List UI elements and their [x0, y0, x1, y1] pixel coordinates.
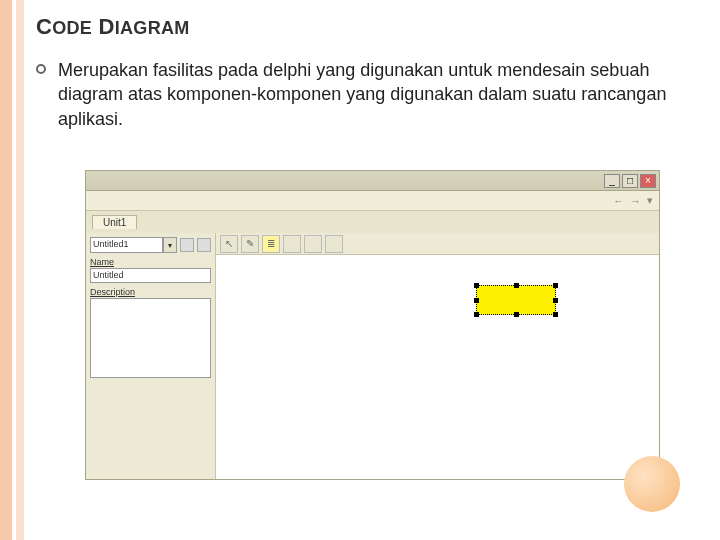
- dependency-tool-icon[interactable]: [304, 235, 322, 253]
- work-area: Untitled1 ▾ Name Untitled Description ↖ …: [86, 233, 659, 479]
- diagram-canvas[interactable]: [216, 255, 659, 479]
- diagram-toolbar: ↖ ✎ ≣: [216, 233, 659, 255]
- resize-handle[interactable]: [553, 298, 558, 303]
- maximize-button[interactable]: □: [622, 174, 638, 188]
- nav-bar: ← → ▾: [86, 191, 659, 211]
- resize-handle[interactable]: [514, 312, 519, 317]
- bullet-row: Merupakan fasilitas pada delphi yang dig…: [36, 58, 700, 131]
- name-label: Name: [90, 257, 211, 267]
- resize-handle[interactable]: [553, 312, 558, 317]
- delete-diagram-icon[interactable]: [197, 238, 211, 252]
- decorative-circle: [624, 456, 680, 512]
- note-tool-icon[interactable]: ✎: [241, 235, 259, 253]
- resize-handle[interactable]: [474, 298, 479, 303]
- select-tool-icon[interactable]: ↖: [220, 235, 238, 253]
- canvas-wrap: ↖ ✎ ≣: [216, 233, 659, 479]
- resize-handle[interactable]: [553, 283, 558, 288]
- diagram-selector: Untitled1 ▾: [90, 237, 211, 253]
- side-panel: Untitled1 ▾ Name Untitled Description: [86, 233, 216, 479]
- slide-content: CODE DIAGRAM Merupakan fasilitas pada de…: [36, 14, 700, 131]
- resize-handle[interactable]: [474, 312, 479, 317]
- chevron-down-icon[interactable]: ▾: [163, 237, 177, 253]
- body-text: Merupakan fasilitas pada delphi yang dig…: [58, 58, 678, 131]
- new-diagram-icon[interactable]: [180, 238, 194, 252]
- allude-tool-icon[interactable]: [283, 235, 301, 253]
- bullet-icon: [36, 64, 46, 74]
- title-cap-2: D: [99, 14, 115, 39]
- accent-strip-outer: [0, 0, 12, 540]
- title-rest-2: IAGRAM: [115, 18, 190, 38]
- resize-handle[interactable]: [474, 283, 479, 288]
- description-label: Description: [90, 287, 211, 297]
- slide-title: CODE DIAGRAM: [36, 14, 700, 40]
- selected-diagram-object[interactable]: [476, 285, 556, 315]
- name-field[interactable]: Untitled: [90, 268, 211, 283]
- minimize-button[interactable]: _: [604, 174, 620, 188]
- description-field[interactable]: [90, 298, 211, 378]
- window-titlebar: _ □ ×: [86, 171, 659, 191]
- title-cap-1: C: [36, 14, 52, 39]
- resize-handle[interactable]: [514, 283, 519, 288]
- diagram-combo[interactable]: Untitled1: [90, 237, 163, 253]
- unit-tab[interactable]: Unit1: [92, 215, 137, 229]
- delphi-window: _ □ × ← → ▾ Unit1 Untitled1 ▾ Name Untit…: [85, 170, 660, 480]
- close-button[interactable]: ×: [640, 174, 656, 188]
- accent-strip-inner: [16, 0, 24, 540]
- nav-forward-icon[interactable]: →: [630, 195, 641, 207]
- title-rest-1: ODE: [52, 18, 92, 38]
- link-tool-icon[interactable]: [325, 235, 343, 253]
- comment-tool-icon[interactable]: ≣: [262, 235, 280, 253]
- nav-back-icon[interactable]: ←: [613, 195, 624, 207]
- nav-menu-icon[interactable]: ▾: [647, 194, 653, 207]
